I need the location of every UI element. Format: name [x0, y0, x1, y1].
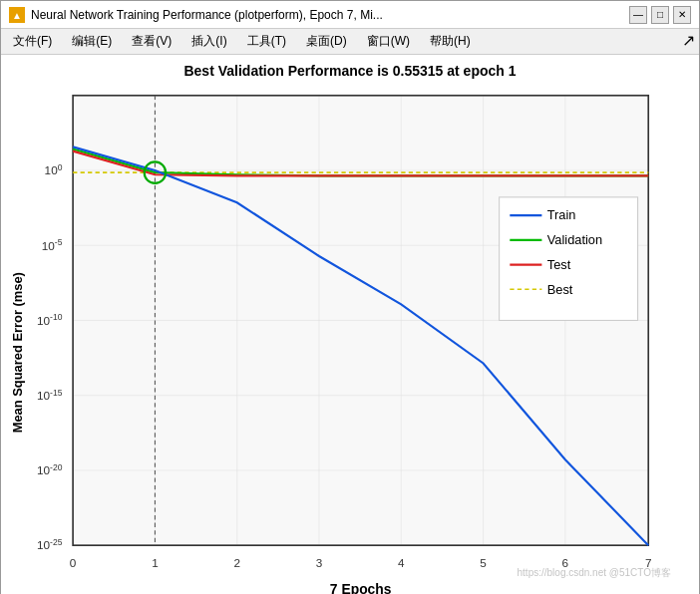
maximize-button[interactable]: □ — [651, 6, 669, 24]
svg-text:10-10: 10-10 — [37, 312, 63, 326]
menu-bar: 文件(F) 编辑(E) 查看(V) 插入(I) 工具(T) 桌面(D) 窗口(W… — [1, 29, 699, 55]
close-button[interactable]: ✕ — [673, 6, 691, 24]
menu-file[interactable]: 文件(F) — [5, 31, 60, 52]
menu-help[interactable]: 帮助(H) — [422, 31, 479, 52]
svg-text:10-5: 10-5 — [42, 237, 63, 251]
window-controls: — □ ✕ — [629, 6, 691, 24]
menu-window[interactable]: 窗口(W) — [359, 31, 418, 52]
watermark: https://blog.csdn.net @51CTO博客 — [518, 566, 671, 580]
minimize-button[interactable]: — — [629, 6, 647, 24]
title-bar: ▲ Neural Network Training Performance (p… — [1, 1, 699, 29]
dock-arrow[interactable]: ↗ — [682, 31, 695, 52]
svg-text:100: 100 — [45, 162, 63, 176]
chart-svg: 100 10-5 10-10 10-15 10-20 10-25 0 1 2 3… — [9, 85, 691, 594]
svg-text:Validation: Validation — [547, 232, 602, 247]
svg-text:3: 3 — [316, 556, 323, 569]
svg-text:1: 1 — [152, 556, 159, 569]
svg-text:10-20: 10-20 — [37, 462, 63, 476]
menu-view[interactable]: 查看(V) — [124, 31, 179, 52]
svg-text:Train: Train — [547, 207, 576, 222]
menu-tools[interactable]: 工具(T) — [239, 31, 294, 52]
window-title: Neural Network Training Performance (plo… — [31, 8, 629, 22]
chart-area: 100 10-5 10-10 10-15 10-20 10-25 0 1 2 3… — [9, 85, 691, 594]
svg-text:0: 0 — [70, 556, 77, 569]
svg-text:7 Epochs: 7 Epochs — [330, 581, 392, 594]
svg-text:2: 2 — [233, 556, 240, 569]
menu-edit[interactable]: 编辑(E) — [64, 31, 120, 52]
plot-title: Best Validation Performance is 0.55315 a… — [183, 63, 516, 79]
svg-text:10-25: 10-25 — [37, 537, 63, 551]
svg-text:Best: Best — [547, 282, 573, 297]
main-window: ▲ Neural Network Training Performance (p… — [0, 0, 700, 594]
menu-desktop[interactable]: 桌面(D) — [298, 31, 355, 52]
svg-text:▲: ▲ — [12, 10, 22, 21]
app-icon: ▲ — [9, 7, 25, 23]
plot-container: Best Validation Performance is 0.55315 a… — [1, 55, 699, 594]
svg-text:5: 5 — [480, 556, 487, 569]
svg-text:Mean Squared Error  (mse): Mean Squared Error (mse) — [10, 272, 25, 433]
menu-insert[interactable]: 插入(I) — [183, 31, 234, 52]
svg-text:4: 4 — [398, 556, 405, 569]
svg-text:10-15: 10-15 — [37, 388, 63, 402]
svg-text:Test: Test — [547, 257, 571, 272]
